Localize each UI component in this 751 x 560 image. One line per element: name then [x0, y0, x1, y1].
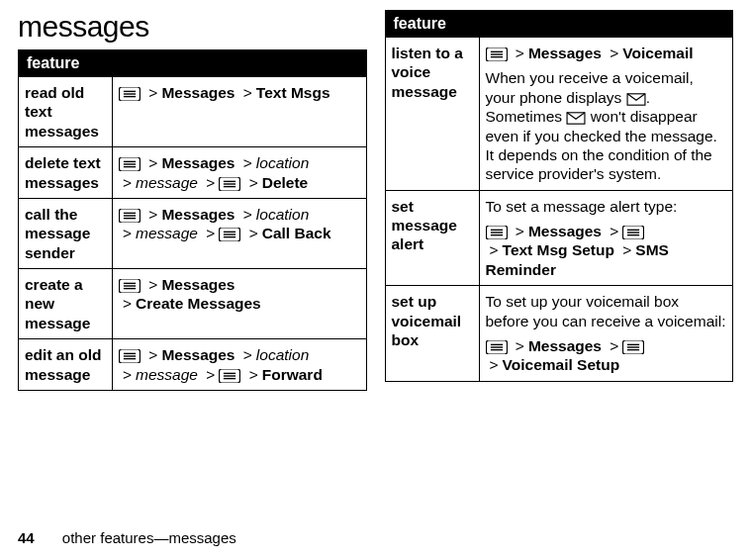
gt-sep: >: [490, 356, 499, 373]
gt-sep: >: [243, 346, 252, 363]
gt-sep: >: [123, 366, 132, 383]
messages-label: Messages: [528, 223, 602, 239]
gt-sep: >: [123, 295, 132, 312]
menu-icon: [219, 228, 240, 241]
footer-text: other features—messages: [62, 529, 236, 546]
gt-sep: >: [249, 366, 258, 383]
path-item: Voicemail Setup: [503, 356, 620, 373]
menu-icon: [486, 226, 508, 239]
menu-icon: [219, 177, 240, 191]
gt-sep: >: [243, 206, 252, 223]
gt-sep: >: [123, 174, 132, 191]
gt-sep: >: [490, 241, 499, 258]
feature-desc: >Messages >location >message > >Delete: [113, 147, 367, 199]
right-column: feature listen to a voice message >Messa…: [385, 10, 734, 391]
path-item-italic: message: [136, 225, 198, 241]
feature-name: edit an old message: [19, 339, 113, 391]
gt-sep: >: [123, 225, 132, 241]
page-title: messages: [18, 10, 367, 44]
table-row: listen to a voice message >Messages >Voi…: [385, 38, 733, 191]
gt-sep: >: [148, 346, 157, 363]
table-row: create a new message >Messages >Create M…: [19, 269, 367, 339]
menu-icon: [219, 369, 240, 383]
messages-label: Messages: [528, 337, 602, 354]
path-item-italic: location: [256, 154, 309, 171]
table-header: feature: [385, 11, 733, 38]
path-item-italic: location: [256, 206, 309, 223]
feature-name: set message alert: [385, 190, 479, 286]
feature-name: set up voicemail box: [385, 286, 479, 382]
messages-label: Messages: [528, 45, 602, 61]
messages-label: Messages: [161, 84, 235, 101]
menu-icon: [119, 157, 141, 171]
desc-text: When you receive a voicemail, your phone…: [486, 69, 694, 105]
menu-icon: [119, 87, 141, 101]
gt-sep: >: [206, 225, 215, 241]
envelope-icon: [566, 112, 586, 125]
path-item-italic: message: [136, 366, 198, 383]
feature-desc: To set a message alert type: >Messages >…: [479, 190, 733, 286]
gt-sep: >: [206, 174, 215, 191]
feature-desc: >Messages >Create Messages: [113, 269, 367, 339]
page-footer: 44 other features—messages: [18, 529, 236, 546]
gt-sep: >: [148, 276, 157, 293]
feature-name: read old text messages: [19, 77, 113, 147]
path-item-italic: location: [256, 346, 309, 363]
right-table: feature listen to a voice message >Messa…: [385, 10, 734, 382]
feature-desc: >Messages >Text Msgs: [113, 77, 367, 147]
gt-sep: >: [148, 154, 157, 171]
desc-text: To set a message alert type:: [486, 198, 678, 215]
path-item: Forward: [262, 366, 323, 383]
path-item-italic: message: [136, 174, 198, 191]
table-row: delete text messages >Messages >location…: [19, 147, 367, 199]
page-number: 44: [18, 529, 35, 546]
messages-label: Messages: [161, 276, 235, 293]
feature-desc: >Messages >location >message > >Forward: [113, 339, 367, 391]
gt-sep: >: [249, 225, 258, 241]
gt-sep: >: [516, 337, 524, 354]
path-item: Create Messages: [136, 295, 261, 312]
messages-label: Messages: [161, 154, 235, 171]
gt-sep: >: [148, 206, 157, 223]
table-row: edit an old message >Messages >location …: [19, 339, 367, 391]
envelope-icon: [626, 93, 646, 106]
table-row: read old text messages >Messages >Text M…: [19, 77, 367, 147]
left-table: feature read old text messages >Messages…: [18, 49, 367, 391]
table-row: set message alert To set a message alert…: [385, 190, 733, 286]
menu-icon: [486, 340, 508, 354]
left-column: messages feature read old text messages …: [18, 10, 367, 391]
path-item: Text Msgs: [256, 84, 330, 101]
feature-name: listen to a voice message: [385, 38, 479, 191]
menu-icon: [119, 349, 141, 363]
gt-sep: >: [243, 154, 252, 171]
path-item: Delete: [262, 174, 309, 191]
menu-icon: [622, 226, 644, 239]
gt-sep: >: [148, 84, 157, 101]
menu-icon: [119, 209, 141, 223]
messages-label: Messages: [161, 346, 235, 363]
feature-desc: >Messages >Voicemail When you receive a …: [479, 38, 733, 191]
gt-sep: >: [206, 366, 215, 383]
feature-desc: >Messages >location >message > >Call Bac…: [113, 198, 367, 268]
desc-text: To set up your voicemail box before you …: [486, 293, 726, 328]
path-item: Text Msg Setup: [503, 241, 614, 258]
gt-sep: >: [610, 45, 618, 61]
table-row: call the message sender >Messages >locat…: [19, 198, 367, 268]
path-item: Voicemail: [622, 45, 693, 61]
gt-sep: >: [243, 84, 252, 101]
menu-icon: [119, 279, 141, 293]
gt-sep: >: [610, 223, 618, 239]
table-header: feature: [19, 50, 367, 77]
feature-name: create a new message: [19, 269, 113, 339]
feature-name: delete text messages: [19, 147, 113, 199]
menu-icon: [486, 47, 508, 61]
gt-sep: >: [516, 45, 524, 61]
gt-sep: >: [249, 174, 258, 191]
gt-sep: >: [622, 241, 631, 258]
feature-desc: To set up your voicemail box before you …: [479, 286, 733, 382]
path-item: Call Back: [262, 225, 331, 241]
table-row: set up voicemail box To set up your voic…: [385, 286, 733, 382]
feature-name: call the message sender: [19, 198, 113, 268]
menu-icon: [622, 340, 644, 354]
messages-label: Messages: [161, 206, 235, 223]
